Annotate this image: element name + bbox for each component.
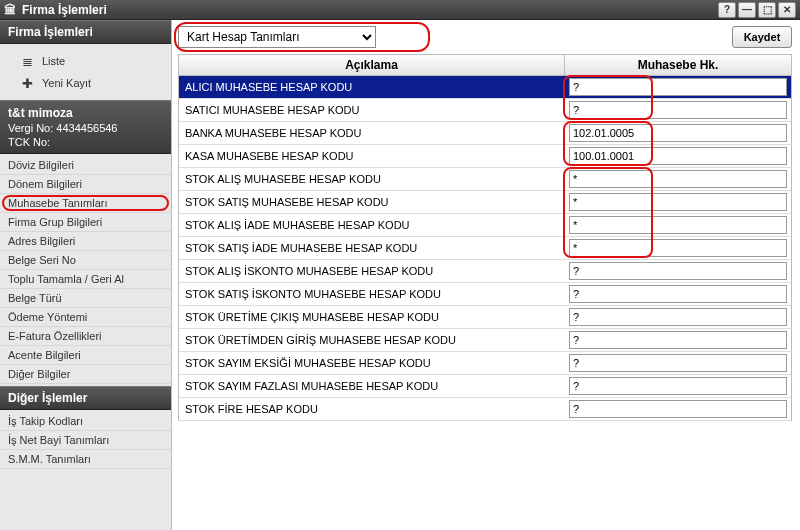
- row-value-cell: [565, 215, 791, 235]
- row-value-cell: [565, 192, 791, 212]
- sidebar-item-2[interactable]: Muhasebe Tanımları: [0, 194, 171, 213]
- row-label: STOK ÜRETİME ÇIKIŞ MUHASEBE HESAP KODU: [179, 311, 565, 323]
- account-code-input[interactable]: [569, 308, 787, 326]
- minimize-button[interactable]: —: [738, 2, 756, 18]
- table-row[interactable]: STOK ALIŞ MUHASEBE HESAP KODU: [179, 168, 791, 191]
- sidebar2-item-1[interactable]: İş Net Bayi Tanımları: [0, 431, 171, 450]
- row-label: STOK ÜRETİMDEN GİRİŞ MUHASEBE HESAP KODU: [179, 334, 565, 346]
- table-row[interactable]: STOK ALIŞ İSKONTO MUHASEBE HESAP KODU: [179, 260, 791, 283]
- account-code-input[interactable]: [569, 170, 787, 188]
- row-value-cell: [565, 77, 791, 97]
- account-code-input[interactable]: [569, 285, 787, 303]
- row-label: STOK SATIŞ MUHASEBE HESAP KODU: [179, 196, 565, 208]
- sidebar: Firma İşlemleri ≣Liste✚Yeni Kayıt t&t mi…: [0, 20, 172, 530]
- table-row[interactable]: STOK ÜRETİME ÇIKIŞ MUHASEBE HESAP KODU: [179, 306, 791, 329]
- table-row[interactable]: STOK FİRE HESAP KODU: [179, 398, 791, 421]
- app-icon: 🏛: [4, 3, 16, 17]
- sidebar-item-4[interactable]: Adres Bilgileri: [0, 232, 171, 251]
- row-value-cell: [565, 376, 791, 396]
- account-code-input[interactable]: [569, 101, 787, 119]
- sidebar-item-9[interactable]: E-Fatura Özellikleri: [0, 327, 171, 346]
- sidebar-item-8[interactable]: Ödeme Yöntemi: [0, 308, 171, 327]
- maximize-button[interactable]: ⬚: [758, 2, 776, 18]
- row-label: STOK ALIŞ MUHASEBE HESAP KODU: [179, 173, 565, 185]
- main-panel: Kart Hesap Tanımları Kaydet Açıklama Muh…: [172, 20, 800, 530]
- row-label: STOK ALIŞ İADE MUHASEBE HESAP KODU: [179, 219, 565, 231]
- row-label: KASA MUHASEBE HESAP KODU: [179, 150, 565, 162]
- table-row[interactable]: STOK SATIŞ MUHASEBE HESAP KODU: [179, 191, 791, 214]
- definition-dropdown[interactable]: Kart Hesap Tanımları: [178, 26, 376, 48]
- row-value-cell: [565, 238, 791, 258]
- sidebar2-item-0[interactable]: İş Takip Kodları: [0, 412, 171, 431]
- sidebar-item-10[interactable]: Acente Bilgileri: [0, 346, 171, 365]
- nav-icon: ✚: [18, 76, 36, 90]
- vergi-line: Vergi No: 4434456546: [8, 121, 163, 135]
- company-name: t&t mimoza: [8, 105, 163, 121]
- account-code-input[interactable]: [569, 216, 787, 234]
- row-label: STOK ALIŞ İSKONTO MUHASEBE HESAP KODU: [179, 265, 565, 277]
- row-value-cell: [565, 146, 791, 166]
- sidebar-item-5[interactable]: Belge Seri No: [0, 251, 171, 270]
- account-code-input[interactable]: [569, 262, 787, 280]
- account-code-input[interactable]: [569, 124, 787, 142]
- row-value-cell: [565, 100, 791, 120]
- sidebar-item-11[interactable]: Diğer Bilgiler: [0, 365, 171, 384]
- row-value-cell: [565, 284, 791, 304]
- row-value-cell: [565, 399, 791, 419]
- row-label: ALICI MUHASEBE HESAP KODU: [179, 81, 565, 93]
- table-row[interactable]: ALICI MUHASEBE HESAP KODU: [179, 76, 791, 99]
- row-value-cell: [565, 307, 791, 327]
- sidebar-item-0[interactable]: Döviz Bilgileri: [0, 156, 171, 175]
- row-value-cell: [565, 261, 791, 281]
- nav-item-0[interactable]: ≣Liste: [0, 50, 171, 72]
- sidebar-menu-2: İş Takip Kodlarıİş Net Bayi TanımlarıS.M…: [0, 410, 171, 471]
- help-button[interactable]: ?: [718, 2, 736, 18]
- sidebar-header-diger: Diğer İşlemler: [0, 386, 171, 410]
- row-value-cell: [565, 123, 791, 143]
- sidebar-item-3[interactable]: Firma Grup Bilgileri: [0, 213, 171, 232]
- nav-icon: ≣: [18, 54, 36, 68]
- row-label: STOK SAYIM FAZLASI MUHASEBE HESAP KODU: [179, 380, 565, 392]
- grid-body: ALICI MUHASEBE HESAP KODUSATICI MUHASEBE…: [178, 76, 792, 421]
- account-code-input[interactable]: [569, 193, 787, 211]
- table-row[interactable]: BANKA MUHASEBE HESAP KODU: [179, 122, 791, 145]
- table-row[interactable]: SATICI MUHASEBE HESAP KODU: [179, 99, 791, 122]
- row-label: SATICI MUHASEBE HESAP KODU: [179, 104, 565, 116]
- row-label: STOK SATIŞ İADE MUHASEBE HESAP KODU: [179, 242, 565, 254]
- save-button[interactable]: Kaydet: [732, 26, 792, 48]
- nav-label: Liste: [42, 55, 65, 67]
- tck-line: TCK No:: [8, 135, 163, 149]
- account-code-input[interactable]: [569, 331, 787, 349]
- col-aciklama: Açıklama: [179, 55, 565, 75]
- account-code-input[interactable]: [569, 400, 787, 418]
- sidebar-item-6[interactable]: Toplu Tamamla / Geri Al: [0, 270, 171, 289]
- account-code-input[interactable]: [569, 78, 787, 96]
- account-code-input[interactable]: [569, 147, 787, 165]
- titlebar: 🏛 Firma İşlemleri ? — ⬚ ✕: [0, 0, 800, 20]
- grid-header: Açıklama Muhasebe Hk.: [178, 54, 792, 76]
- account-code-input[interactable]: [569, 377, 787, 395]
- table-row[interactable]: STOK SATIŞ İSKONTO MUHASEBE HESAP KODU: [179, 283, 791, 306]
- company-info: t&t mimoza Vergi No: 4434456546 TCK No:: [0, 100, 171, 154]
- table-row[interactable]: KASA MUHASEBE HESAP KODU: [179, 145, 791, 168]
- sidebar-item-1[interactable]: Dönem Bilgileri: [0, 175, 171, 194]
- table-row[interactable]: STOK ALIŞ İADE MUHASEBE HESAP KODU: [179, 214, 791, 237]
- definition-select-wrap: Kart Hesap Tanımları: [178, 26, 376, 48]
- sidebar2-item-2[interactable]: S.M.M. Tanımları: [0, 450, 171, 469]
- nav-item-1[interactable]: ✚Yeni Kayıt: [0, 72, 171, 94]
- table-row[interactable]: STOK SATIŞ İADE MUHASEBE HESAP KODU: [179, 237, 791, 260]
- sidebar-item-7[interactable]: Belge Türü: [0, 289, 171, 308]
- table-row[interactable]: STOK SAYIM FAZLASI MUHASEBE HESAP KODU: [179, 375, 791, 398]
- col-muhasebe: Muhasebe Hk.: [565, 55, 791, 75]
- account-code-input[interactable]: [569, 354, 787, 372]
- table-row[interactable]: STOK ÜRETİMDEN GİRİŞ MUHASEBE HESAP KODU: [179, 329, 791, 352]
- close-button[interactable]: ✕: [778, 2, 796, 18]
- row-label: STOK FİRE HESAP KODU: [179, 403, 565, 415]
- nav-label: Yeni Kayıt: [42, 77, 91, 89]
- window-title: Firma İşlemleri: [22, 3, 107, 17]
- sidebar-menu: Döviz BilgileriDönem BilgileriMuhasebe T…: [0, 154, 171, 386]
- sidebar-header-firma: Firma İşlemleri: [0, 20, 171, 44]
- row-value-cell: [565, 169, 791, 189]
- account-code-input[interactable]: [569, 239, 787, 257]
- table-row[interactable]: STOK SAYIM EKSİĞİ MUHASEBE HESAP KODU: [179, 352, 791, 375]
